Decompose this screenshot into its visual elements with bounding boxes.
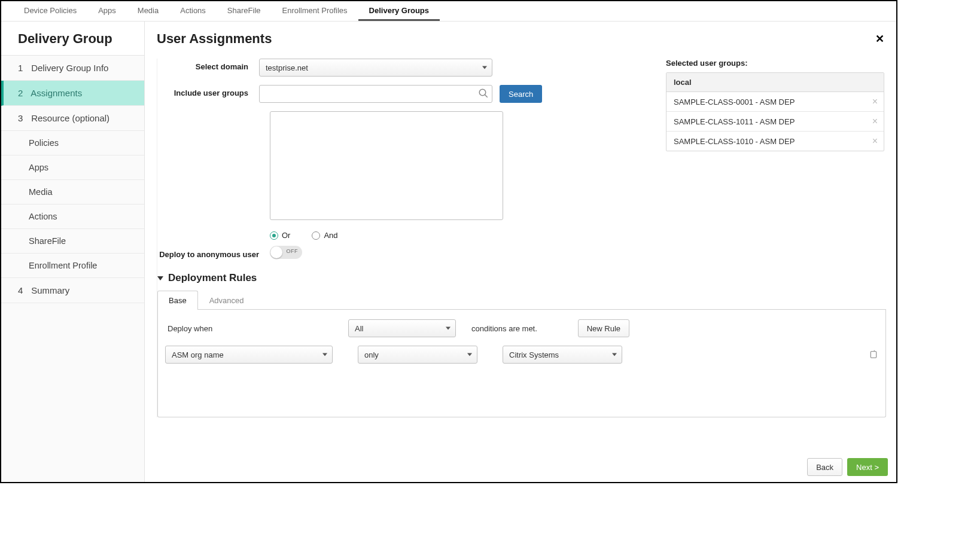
- search-icon: [478, 88, 489, 99]
- sidebar-item-enrollment-profile[interactable]: Enrollment Profile: [1, 254, 144, 278]
- selected-group-item: SAMPLE-CLASS-1010 - ASM DEP ×: [666, 132, 884, 151]
- deployment-rules-toggle[interactable]: Deployment Rules: [157, 272, 648, 284]
- selected-group-item: SAMPLE-CLASS-0001 - ASM DEP ×: [666, 92, 884, 112]
- chevron-down-icon: [446, 327, 451, 330]
- sidebar-item-label: Media: [29, 187, 53, 197]
- caret-down-icon: [157, 276, 163, 280]
- logic-and-radio[interactable]: And: [312, 231, 352, 240]
- deployment-rules-title: Deployment Rules: [168, 272, 257, 284]
- tab-advanced[interactable]: Advanced: [198, 291, 255, 310]
- conditions-met-text: conditions are met.: [465, 324, 537, 333]
- new-rule-button[interactable]: New Rule: [578, 319, 629, 337]
- close-icon[interactable]: ✕: [875, 32, 884, 45]
- selected-user-groups-header: local: [666, 73, 884, 92]
- logic-or-radio[interactable]: Or: [270, 231, 305, 240]
- rule-value-value: Citrix Systems: [509, 350, 559, 359]
- radio-icon: [312, 231, 320, 240]
- sidebar-item-apps[interactable]: Apps: [1, 155, 144, 180]
- sidebar-item-policies[interactable]: Policies: [1, 131, 144, 155]
- deploy-when-value: All: [355, 324, 363, 333]
- select-domain-label: Select domain: [157, 59, 259, 71]
- tab-device-policies[interactable]: Device Policies: [13, 1, 87, 21]
- selected-group-label: SAMPLE-CLASS-1010 - ASM DEP: [674, 137, 795, 146]
- page-title: User Assignments: [157, 31, 884, 47]
- deploy-anonymous-toggle[interactable]: OFF: [270, 246, 302, 259]
- selected-group-label: SAMPLE-CLASS-0001 - ASM DEP: [674, 97, 795, 106]
- tab-delivery-groups[interactable]: Delivery Groups: [358, 1, 440, 21]
- user-groups-results-box[interactable]: [270, 111, 503, 220]
- sidebar-item-label: Enrollment Profile: [29, 261, 97, 270]
- sidebar-item-label: Policies: [29, 138, 59, 148]
- wizard-sidebar: Delivery Group 1 Delivery Group Info 2 A…: [1, 22, 145, 482]
- selected-user-groups-box: local SAMPLE-CLASS-0001 - ASM DEP × SAMP…: [666, 72, 884, 151]
- sidebar-step-num: 4: [18, 285, 29, 295]
- remove-group-icon[interactable]: ×: [872, 136, 878, 146]
- wizard-footer: Back Next >: [807, 458, 888, 476]
- chevron-down-icon: [322, 353, 327, 356]
- selected-user-groups-title: Selected user groups:: [666, 59, 884, 68]
- sidebar-item-sharefile[interactable]: ShareFile: [1, 229, 144, 254]
- sidebar-step-num: 2: [18, 88, 29, 98]
- svg-point-0: [479, 89, 486, 96]
- rule-field-value: ASM org name: [172, 350, 224, 359]
- sidebar-item-assignments[interactable]: 2 Assignments: [1, 81, 144, 106]
- tab-enrollment-profiles[interactable]: Enrollment Profiles: [272, 1, 358, 21]
- next-button[interactable]: Next >: [847, 458, 888, 476]
- sidebar-item-label: Summary: [31, 285, 69, 295]
- sidebar-item-label: Resource (optional): [31, 113, 109, 123]
- tab-apps[interactable]: Apps: [87, 1, 127, 21]
- sidebar-item-label: Assignments: [31, 88, 82, 98]
- sidebar-item-resource[interactable]: 3 Resource (optional): [1, 106, 144, 131]
- deploy-when-select[interactable]: All: [348, 319, 456, 337]
- deploy-when-label: Deploy when: [165, 324, 339, 333]
- sidebar-item-label: ShareFile: [29, 236, 66, 246]
- sidebar-item-label: Actions: [29, 212, 57, 221]
- top-nav: Device Policies Apps Media Actions Share…: [1, 1, 896, 22]
- sidebar-item-actions[interactable]: Actions: [1, 205, 144, 229]
- back-button[interactable]: Back: [807, 458, 842, 476]
- remove-group-icon[interactable]: ×: [872, 117, 878, 126]
- svg-rect-2: [871, 352, 876, 358]
- deploy-anonymous-label: Deploy to anonymous user: [157, 246, 270, 259]
- rule-operator-value: only: [364, 350, 379, 359]
- sidebar-item-label: Delivery Group Info: [31, 63, 108, 73]
- rule-operator-select[interactable]: only: [358, 346, 477, 364]
- delete-rule-icon[interactable]: [869, 350, 878, 359]
- tab-base[interactable]: Base: [157, 291, 198, 310]
- logic-and-label: And: [324, 231, 337, 240]
- tab-sharefile[interactable]: ShareFile: [217, 1, 272, 21]
- sidebar-step-num: 3: [18, 113, 29, 123]
- chevron-down-icon: [482, 66, 487, 69]
- tab-actions[interactable]: Actions: [169, 1, 217, 21]
- sidebar-item-delivery-group-info[interactable]: 1 Delivery Group Info: [1, 56, 144, 81]
- tab-media[interactable]: Media: [127, 1, 169, 21]
- svg-line-1: [485, 94, 488, 97]
- logic-or-label: Or: [282, 231, 290, 240]
- toggle-state: OFF: [287, 248, 299, 254]
- include-user-groups-label: Include user groups: [157, 85, 259, 97]
- radio-icon: [270, 231, 278, 240]
- sidebar-item-label: Apps: [29, 163, 48, 172]
- sidebar-item-summary[interactable]: 4 Summary: [1, 278, 144, 303]
- select-domain-dropdown[interactable]: testprise.net: [259, 59, 492, 77]
- chevron-down-icon: [612, 353, 617, 356]
- selected-group-label: SAMPLE-CLASS-1011 - ASM DEP: [674, 117, 795, 126]
- chevron-down-icon: [467, 353, 472, 356]
- sidebar-title: Delivery Group: [1, 22, 144, 56]
- sidebar-item-media[interactable]: Media: [1, 180, 144, 205]
- sidebar-step-num: 1: [18, 63, 29, 73]
- include-user-groups-input[interactable]: [259, 85, 492, 103]
- search-button[interactable]: Search: [500, 85, 542, 103]
- content-area: User Assignments ✕ Select domain testpri…: [145, 22, 896, 482]
- select-domain-value: testprise.net: [266, 63, 308, 72]
- selected-group-item: SAMPLE-CLASS-1011 - ASM DEP ×: [666, 112, 884, 132]
- rule-value-select[interactable]: Citrix Systems: [503, 346, 622, 364]
- remove-group-icon[interactable]: ×: [872, 97, 878, 106]
- rule-field-select[interactable]: ASM org name: [165, 346, 333, 364]
